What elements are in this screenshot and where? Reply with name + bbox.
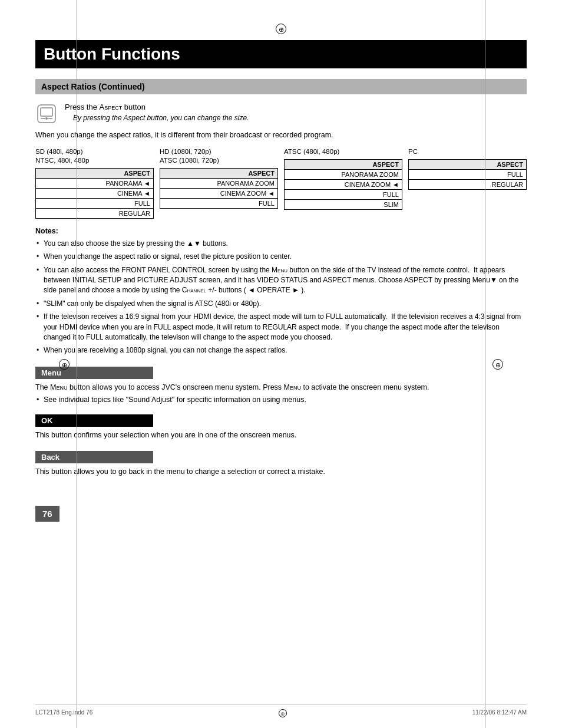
top-reg-mark: ⊕ — [35, 24, 527, 34]
hd-label: HD (1080i, 720p)ATSC (1080i, 720p) — [160, 147, 278, 165]
sd-header: ASPECT — [36, 168, 154, 178]
sd-full: FULL — [36, 198, 154, 208]
pc-label: PC — [408, 147, 527, 156]
reg-circle-right: ⊕ — [492, 359, 503, 370]
notes-list: You can also choose the size by pressing… — [35, 239, 527, 356]
ar-tables: SD (480i, 480p)NTSC, 480i, 480p ASPECT P… — [35, 147, 527, 219]
sd-regular: REGULAR — [36, 208, 154, 218]
left-reg-mark: ⊕ — [59, 359, 70, 370]
right-reg-mark: ⊕ — [492, 359, 503, 370]
page-container: ⊕ Button Functions Aspect Ratios (Contin… — [0, 0, 562, 728]
pc-table: ASPECT FULL REGULAR — [408, 159, 527, 190]
hd-panorama-zoom: PANORAMA ZOOM — [160, 178, 278, 188]
note-1: You can also choose the size by pressing… — [35, 239, 527, 249]
atsc-header: ASPECT — [285, 159, 402, 169]
pc-full: FULL — [409, 169, 527, 179]
svg-rect-1 — [41, 108, 52, 116]
sd-label: SD (480i, 480p)NTSC, 480i, 480p — [35, 147, 154, 165]
press-text: Press the Aspect button By pressing the … — [65, 103, 249, 122]
notes-label: Notes: — [35, 227, 527, 235]
note-6: When you are receiving a 1080p signal, y… — [35, 345, 527, 355]
menu-body: The Menu button allows you to access JVC… — [35, 382, 527, 393]
note-3: You can also access the FRONT PANEL CONT… — [35, 265, 527, 296]
hd-col: HD (1080i, 720p)ATSC (1080i, 720p) ASPEC… — [160, 147, 278, 209]
sd-cinema: CINEMA ◄ — [36, 188, 154, 198]
note-5: If the televison receives a 16:9 signal … — [35, 312, 527, 342]
atsc-panorama-zoom: PANORAMA ZOOM — [285, 169, 402, 179]
back-body: This button allows you to go back in the… — [35, 466, 527, 477]
atsc-table: ASPECT PANORAMA ZOOM CINEMA ZOOM ◄ FULL … — [284, 159, 402, 210]
note-4: "SLIM" can only be dispalyed when the si… — [35, 299, 527, 309]
footer-left: LCT2178 Eng.indd 76 — [35, 709, 92, 716]
menu-heading: Menu — [35, 367, 153, 379]
reg-circle-top: ⊕ — [276, 24, 286, 34]
back-section: Back This button allows you to go back i… — [35, 451, 527, 477]
pc-header: ASPECT — [409, 159, 527, 169]
svg-point-4 — [45, 117, 48, 120]
ok-heading: OK — [35, 414, 153, 427]
aspect-heading: Aspect Ratios (Continued) — [35, 79, 527, 94]
atsc-slim: SLIM — [285, 199, 402, 209]
hd-full: FULL — [160, 198, 278, 208]
note-2: When you change the aspect ratio or sign… — [35, 252, 527, 262]
hd-header: ASPECT — [160, 168, 278, 178]
hd-table: ASPECT PANORAMA ZOOM CINEMA ZOOM ◄ FULL — [160, 168, 278, 209]
sd-table: ASPECT PANORAMA ◄ CINEMA ◄ FULL REGULAR — [35, 168, 154, 219]
aspect-icon — [35, 103, 58, 125]
page-number: 76 — [35, 506, 59, 522]
menu-section: Menu The Menu button allows you to acces… — [35, 367, 527, 404]
sd-panorama: PANORAMA ◄ — [36, 178, 154, 188]
atsc-col: ATSC (480i, 480p) ASPECT PANORAMA ZOOM C… — [284, 147, 402, 210]
footer-circle: ⊕ — [279, 709, 287, 717]
sd-col: SD (480i, 480p)NTSC, 480i, 480p ASPECT P… — [35, 147, 154, 219]
atsc-cinema-zoom: CINEMA ZOOM ◄ — [285, 179, 402, 189]
page-title: Button Functions — [35, 40, 527, 68]
back-heading: Back — [35, 451, 153, 463]
ok-section: OK This button confirms your selection w… — [35, 414, 527, 441]
aspect-ratios-section: Aspect Ratios (Continued) Press the Aspe… — [35, 79, 527, 356]
atsc-label: ATSC (480i, 480p) — [284, 147, 402, 156]
page-number-container: 76 — [35, 494, 527, 522]
hd-cinema-zoom: CINEMA ZOOM ◄ — [160, 188, 278, 198]
atsc-full: FULL — [285, 189, 402, 199]
reg-circle-left: ⊕ — [59, 359, 70, 370]
press-aspect-block: Press the Aspect button By pressing the … — [35, 103, 527, 125]
press-italic: By pressing the Aspect button, you can c… — [73, 114, 249, 122]
change-notice: When you change the aspect ratios, it is… — [35, 131, 527, 139]
footer: LCT2178 Eng.indd 76 ⊕ 11/22/06 8:12:47 A… — [35, 704, 527, 717]
ok-body: This button confirms your selection when… — [35, 430, 527, 441]
pc-regular: REGULAR — [409, 179, 527, 189]
footer-right: 11/22/06 8:12:47 AM — [472, 709, 527, 716]
menu-bullet: See individual topics like "Sound Adjust… — [35, 396, 527, 404]
pc-col: PC ASPECT FULL REGULAR — [408, 147, 527, 190]
press-line: Press the Aspect button — [65, 103, 249, 111]
footer-reg-mark: ⊕ — [279, 708, 287, 717]
